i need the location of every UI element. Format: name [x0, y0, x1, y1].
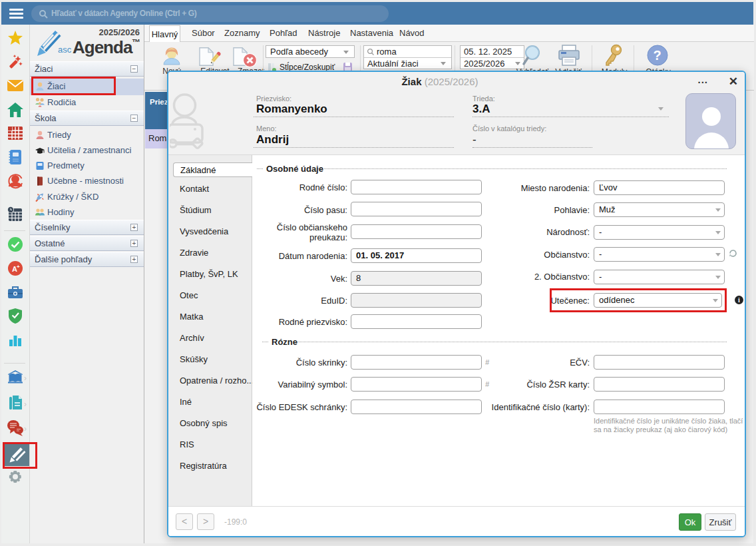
svg-text:+: +: [17, 264, 20, 270]
svg-text:?: ?: [654, 48, 662, 63]
